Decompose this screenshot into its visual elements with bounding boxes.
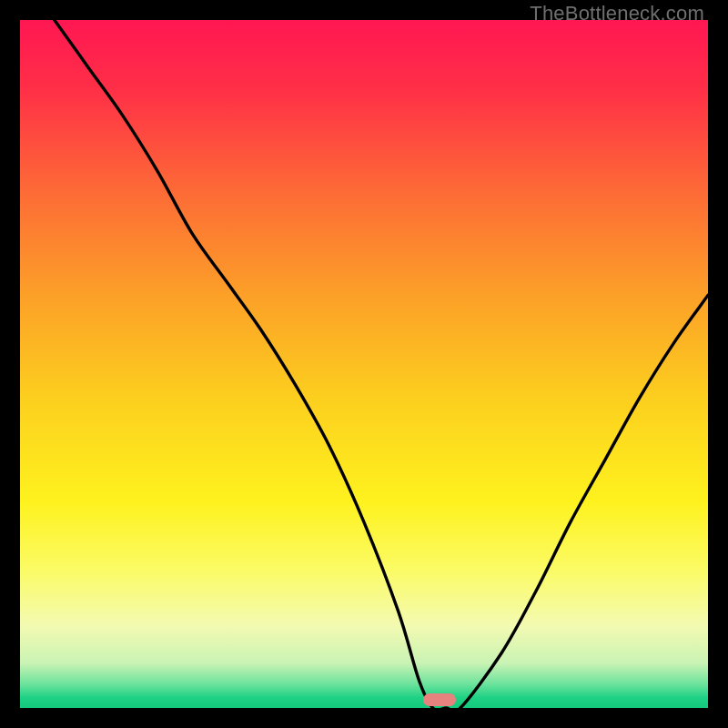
chart-frame <box>20 20 708 708</box>
watermark-text: TheBottleneck.com <box>530 2 704 25</box>
bottleneck-plot <box>20 20 708 708</box>
optimum-marker <box>423 693 456 706</box>
gradient-background <box>20 20 708 708</box>
